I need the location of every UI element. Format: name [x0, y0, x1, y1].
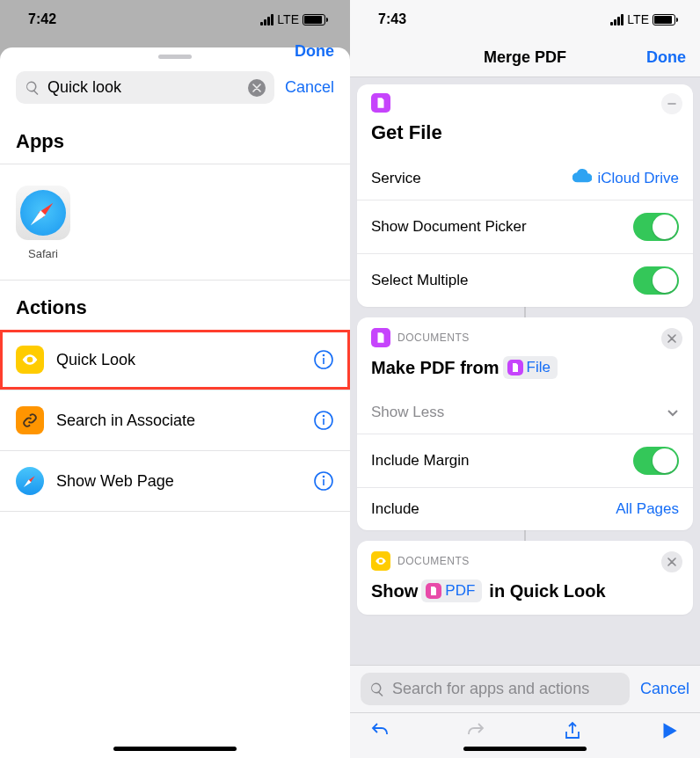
bottom-search-bar: Search for apps and actions Cancel [350, 665, 700, 712]
show-picker-toggle[interactable] [633, 213, 679, 241]
svg-point-0 [28, 358, 31, 361]
safari-icon [16, 186, 70, 240]
action-card-quick-look[interactable]: DOCUMENTS Show PDF in Quick Look [357, 541, 693, 615]
search-input[interactable]: Quick look [16, 71, 274, 104]
info-button[interactable] [313, 410, 334, 431]
home-indicator[interactable] [463, 747, 587, 751]
action-quick-look[interactable]: Quick Look [0, 330, 350, 390]
file-token-icon [507, 360, 523, 375]
pdf-token-icon [426, 583, 441, 599]
shortcut-editor[interactable]: Get File Service iCloud Drive Show Docum… [350, 77, 700, 623]
pdf-variable-token[interactable]: PDF [421, 579, 482, 602]
card-title: Make PDF from File [357, 349, 693, 391]
done-button[interactable]: Done [646, 48, 686, 67]
row-label: Select Multiple [371, 272, 624, 289]
search-icon [25, 80, 40, 96]
battery-icon [653, 14, 675, 26]
share-button[interactable] [562, 720, 583, 745]
link-icon [16, 406, 44, 434]
status-time: 7:42 [28, 11, 56, 27]
chevron-down-icon [667, 406, 679, 419]
action-label: Show Web Page [56, 472, 301, 491]
info-button[interactable] [313, 349, 334, 370]
undo-button[interactable] [369, 720, 390, 745]
safari-small-icon [16, 467, 44, 495]
search-sheet: Quick look Cancel Apps Safari Actions Qu… [0, 47, 350, 758]
show-picker-row: Show Document Picker [357, 200, 693, 254]
service-value[interactable]: iCloud Drive [572, 169, 679, 187]
include-value[interactable]: All Pages [616, 500, 679, 518]
status-bar: 7:43 LTE [350, 0, 700, 39]
card-category: DOCUMENTS [357, 541, 693, 572]
row-label: Include Margin [371, 452, 624, 470]
search-input-value: Quick look [47, 78, 241, 97]
documents-icon [371, 328, 390, 347]
search-icon [369, 681, 385, 697]
actions-header: Actions [0, 281, 350, 330]
action-card-get-file[interactable]: Get File Service iCloud Drive Show Docum… [357, 84, 693, 307]
quicklook-icon [371, 551, 390, 571]
card-title: Show PDF in Quick Look [357, 572, 693, 615]
right-screenshot: 7:43 LTE Merge PDF Done Get File Service [350, 0, 700, 758]
app-label: Safari [28, 247, 58, 260]
show-less-row[interactable]: Show Less [357, 391, 693, 434]
status-right: LTE [260, 12, 325, 26]
left-screenshot: 7:42 LTE Done Quick look Cancel Apps Saf… [0, 0, 350, 758]
battery-icon [303, 14, 325, 26]
status-time: 7:43 [378, 11, 406, 27]
signal-icon [260, 14, 273, 26]
card-category: DOCUMENTS [357, 317, 693, 349]
svg-point-3 [324, 355, 324, 356]
redo-button[interactable] [465, 720, 486, 745]
action-search-associate[interactable]: Search in Associate [0, 390, 350, 451]
action-label: Search in Associate [56, 412, 301, 430]
file-icon [371, 93, 390, 113]
page-title: Merge PDF [484, 48, 566, 67]
network-label: LTE [277, 12, 299, 26]
delete-action-button[interactable] [661, 551, 682, 572]
action-card-make-pdf[interactable]: DOCUMENTS Make PDF from File Show Less [357, 317, 693, 530]
show-less-label: Show Less [371, 404, 658, 421]
run-button[interactable] [658, 719, 681, 746]
action-show-web-page[interactable]: Show Web Page [0, 451, 350, 512]
delete-action-button[interactable] [661, 328, 682, 349]
service-row[interactable]: Service iCloud Drive [357, 157, 693, 200]
network-label: LTE [627, 12, 649, 26]
select-multiple-toggle[interactable] [633, 266, 679, 295]
underlay-done-button[interactable]: Done [295, 42, 334, 61]
svg-point-6 [324, 416, 324, 417]
cancel-button[interactable]: Cancel [285, 78, 334, 97]
sheet-grabber[interactable] [158, 55, 192, 59]
select-multiple-row: Select Multiple [357, 254, 693, 307]
signal-icon [610, 14, 623, 26]
apps-header: Apps [0, 114, 350, 164]
row-label: Include [371, 500, 607, 518]
icloud-icon [572, 169, 592, 187]
connector-line [524, 307, 526, 317]
row-label: Service [371, 170, 564, 187]
app-safari[interactable]: Safari [0, 164, 86, 280]
status-bar: 7:42 LTE [0, 0, 350, 39]
action-label: Quick Look [56, 351, 301, 369]
row-label: Show Document Picker [371, 218, 624, 236]
status-right: LTE [610, 12, 675, 26]
clear-search-button[interactable] [248, 79, 266, 97]
eye-icon [16, 346, 44, 374]
include-margin-row: Include Margin [357, 434, 693, 488]
include-margin-toggle[interactable] [633, 447, 679, 475]
svg-point-9 [324, 477, 324, 477]
cancel-button[interactable]: Cancel [640, 680, 689, 698]
include-pages-row[interactable]: Include All Pages [357, 488, 693, 530]
nav-bar: Merge PDF Done [350, 39, 700, 77]
info-button[interactable] [313, 470, 334, 492]
editor-toolbar [350, 712, 700, 758]
connector-line [524, 530, 526, 541]
search-placeholder: Search for apps and actions [392, 680, 621, 698]
collapse-button[interactable] [661, 93, 682, 114]
home-indicator[interactable] [113, 747, 237, 751]
card-title: Get File [357, 113, 693, 157]
action-search-input[interactable]: Search for apps and actions [361, 673, 630, 705]
file-variable-token[interactable]: File [503, 356, 558, 379]
